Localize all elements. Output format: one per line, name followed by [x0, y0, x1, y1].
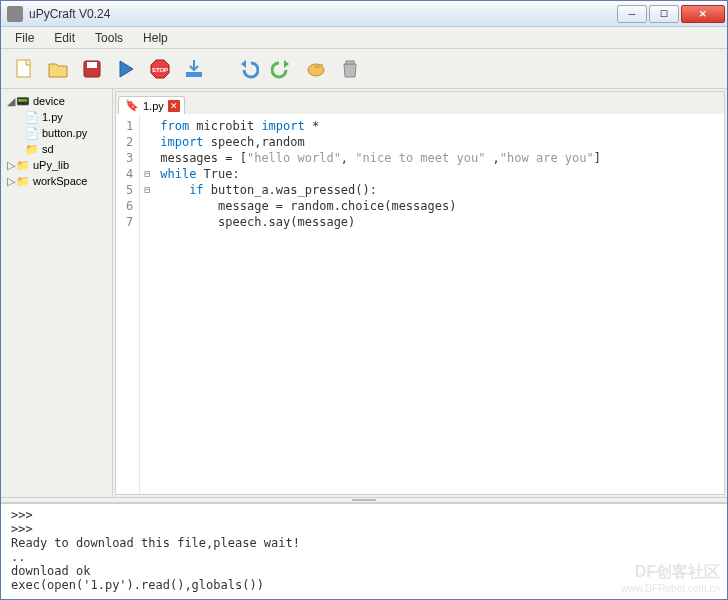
- svg-text:STOP: STOP: [152, 67, 168, 73]
- app-icon: [7, 6, 23, 22]
- menubar: File Edit Tools Help: [1, 27, 727, 49]
- tree-workspace[interactable]: ▷📁workSpace: [1, 173, 112, 189]
- device-icon: 📟: [16, 94, 30, 108]
- folder-icon: 📁: [16, 174, 30, 188]
- svg-rect-5: [186, 72, 202, 77]
- menu-file[interactable]: File: [5, 29, 44, 47]
- editor-tabs: 🔖 1.py ✕: [116, 92, 724, 114]
- stop-button[interactable]: STOP: [147, 56, 173, 82]
- expand-icon[interactable]: ▷: [5, 176, 16, 187]
- toolbar: STOP: [1, 49, 727, 89]
- undo-button[interactable]: [235, 56, 261, 82]
- tree-device[interactable]: ◢📟device: [1, 93, 112, 109]
- close-button[interactable]: ✕: [681, 5, 725, 23]
- menu-tools[interactable]: Tools: [85, 29, 133, 47]
- editor: 🔖 1.py ✕ 1234567 ⊟⊟ from microbit import…: [115, 91, 725, 495]
- file-tree: ◢📟device 📄1.py 📄button.py 📁sd ▷📁uPy_lib …: [1, 89, 113, 497]
- save-button[interactable]: [79, 56, 105, 82]
- expand-icon[interactable]: ▷: [5, 160, 16, 171]
- file-icon: 📄: [25, 110, 39, 124]
- tree-file[interactable]: 📄1.py: [1, 109, 112, 125]
- file-icon: 🔖: [125, 99, 139, 112]
- redo-button[interactable]: [269, 56, 295, 82]
- run-button[interactable]: [113, 56, 139, 82]
- minimize-button[interactable]: ─: [617, 5, 647, 23]
- maximize-button[interactable]: ☐: [649, 5, 679, 23]
- new-file-button[interactable]: [11, 56, 37, 82]
- menu-edit[interactable]: Edit: [44, 29, 85, 47]
- syntax-check-button[interactable]: [303, 56, 329, 82]
- tree-upylib[interactable]: ▷📁uPy_lib: [1, 157, 112, 173]
- code-area[interactable]: 1234567 ⊟⊟ from microbit import *import …: [116, 114, 724, 494]
- svg-rect-6: [346, 61, 354, 64]
- console[interactable]: >>> >>> Ready to download this file,plea…: [1, 503, 727, 599]
- file-icon: 📄: [25, 126, 39, 140]
- folder-icon: 📁: [16, 158, 30, 172]
- code-lines[interactable]: from microbit import *import speech,rand…: [154, 114, 607, 494]
- clear-button[interactable]: [337, 56, 363, 82]
- collapse-icon[interactable]: ◢: [5, 96, 16, 107]
- line-gutter: 1234567: [116, 114, 140, 494]
- window-title: uPyCraft V0.24: [29, 7, 617, 21]
- tree-file[interactable]: 📄button.py: [1, 125, 112, 141]
- close-tab-icon[interactable]: ✕: [168, 100, 180, 112]
- fold-column: ⊟⊟: [140, 114, 154, 494]
- tab-active[interactable]: 🔖 1.py ✕: [118, 96, 185, 114]
- tab-label: 1.py: [143, 100, 164, 112]
- menu-help[interactable]: Help: [133, 29, 178, 47]
- folder-icon: 📁: [25, 142, 39, 156]
- tree-folder[interactable]: 📁sd: [1, 141, 112, 157]
- svg-rect-2: [87, 62, 97, 68]
- titlebar: uPyCraft V0.24 ─ ☐ ✕: [1, 1, 727, 27]
- download-button[interactable]: [181, 56, 207, 82]
- open-file-button[interactable]: [45, 56, 71, 82]
